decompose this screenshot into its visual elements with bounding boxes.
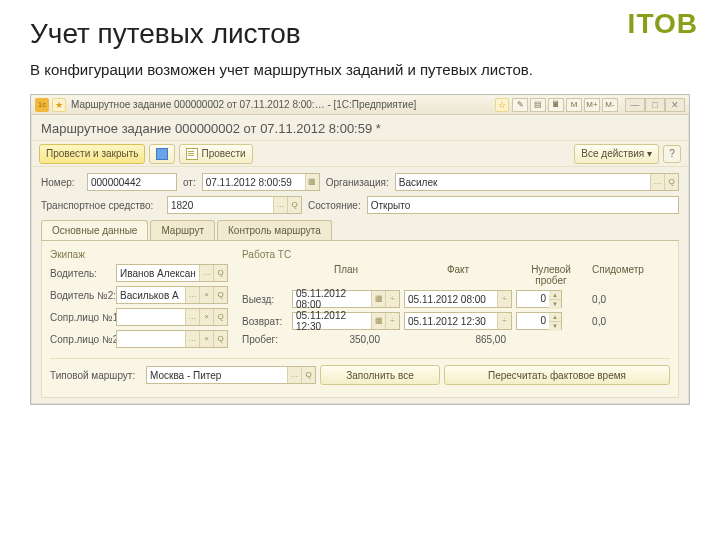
driver-input[interactable]: Иванов Алексан…Q [116, 264, 228, 282]
dots-icon[interactable]: … [650, 174, 664, 190]
aide2-input[interactable]: …×Q [116, 330, 228, 348]
search-icon[interactable]: Q [287, 197, 301, 213]
help-button[interactable]: ? [663, 145, 681, 163]
col-zero: Нулевой пробег [516, 264, 586, 286]
titlebar: 1c ★ Маршрутное задание 000000002 от 07.… [31, 95, 689, 115]
in-label: Возврат: [242, 316, 288, 327]
out-odo: 0,0 [566, 294, 606, 305]
toolbar: Провести и закрыть Провести Все действия… [31, 141, 689, 167]
fav2-icon[interactable]: ☆ [495, 98, 509, 112]
out-label: Выезд: [242, 294, 288, 305]
favorite-icon[interactable]: ★ [52, 98, 66, 112]
toolbar-btn-1[interactable]: ✎ [512, 98, 528, 112]
ts-label: Транспортное средство: [41, 200, 161, 211]
search-icon[interactable]: Q [664, 174, 678, 190]
tab-route[interactable]: Маршрут [150, 220, 215, 240]
ts-input[interactable]: 1820…Q [167, 196, 302, 214]
out-plan-input[interactable]: 05.11.2012 08:00▦÷ [292, 290, 400, 308]
col-odo: Спидометр [590, 264, 646, 286]
document-title: Маршрутное задание 000000002 от 07.11.20… [31, 115, 689, 141]
mem-mminus[interactable]: M- [602, 98, 618, 112]
run-label: Пробег: [242, 334, 288, 345]
slide-subtitle: В конфигурации возможен учет маршрутных … [30, 60, 690, 80]
calc-icon[interactable]: 🖩 [548, 98, 564, 112]
status-input[interactable]: Открыто [367, 196, 679, 214]
in-plan-input[interactable]: 05.11.2012 12:30▦÷ [292, 312, 400, 330]
org-input[interactable]: Василек…Q [395, 173, 679, 191]
maximize-button[interactable]: □ [645, 98, 665, 112]
app-window: 1c ★ Маршрутное задание 000000002 от 07.… [30, 94, 690, 405]
route-label: Типовой маршрут: [50, 370, 142, 381]
tab-main[interactable]: Основные данные [41, 220, 148, 240]
col-fact: Факт [404, 264, 512, 286]
app-icon: 1c [35, 98, 49, 112]
date-picker-icon[interactable]: ▦ [305, 174, 319, 190]
driver-label: Водитель: [50, 268, 112, 279]
date-label: от: [183, 177, 196, 188]
date-input[interactable]: 07.11.2012 8:00:59▦ [202, 173, 320, 191]
aide1-label: Сопр.лицо №1: [50, 312, 112, 323]
num-label: Номер: [41, 177, 81, 188]
col-plan: План [292, 264, 400, 286]
doc-icon [186, 148, 198, 160]
mem-mplus[interactable]: M+ [584, 98, 600, 112]
crew-header: Экипаж [50, 249, 228, 260]
mem-m[interactable]: M [566, 98, 582, 112]
driver2-label: Водитель №2: [50, 290, 112, 301]
status-label: Состояние: [308, 200, 361, 211]
save-button[interactable] [149, 144, 175, 164]
post-and-close-button[interactable]: Провести и закрыть [39, 144, 145, 164]
route-input[interactable]: Москва - Питер…Q [146, 366, 316, 384]
all-actions-button[interactable]: Все действия ▾ [574, 144, 659, 164]
aide2-label: Сопр.лицо №2: [50, 334, 112, 345]
save-icon [156, 148, 168, 160]
in-odo: 0,0 [566, 316, 606, 327]
window-title: Маршрутное задание 000000002 от 07.11.20… [69, 99, 492, 110]
driver2-input[interactable]: Васильков А…×Q [116, 286, 228, 304]
aide1-input[interactable]: …×Q [116, 308, 228, 326]
minimize-button[interactable]: — [625, 98, 645, 112]
post-button[interactable]: Провести [179, 144, 252, 164]
out-fact-input[interactable]: 05.11.2012 08:00÷ [404, 290, 512, 308]
work-header: Работа ТС [242, 249, 670, 260]
out-zero-input[interactable]: 0▲▼ [516, 290, 562, 308]
dots-icon[interactable]: … [273, 197, 287, 213]
recalc-button[interactable]: Пересчитать фактовое время [444, 365, 670, 385]
tab-bar: Основные данные Маршрут Контроль маршрут… [41, 220, 679, 241]
tab-control[interactable]: Контроль маршрута [217, 220, 332, 240]
close-button[interactable]: ✕ [665, 98, 685, 112]
run-plan: 350,00 [292, 334, 400, 345]
run-fact: 865,00 [404, 334, 512, 345]
toolbar-btn-2[interactable]: ▤ [530, 98, 546, 112]
brand-logo: ITOB [628, 8, 698, 40]
in-fact-input[interactable]: 05.11.2012 12:30÷ [404, 312, 512, 330]
num-input[interactable]: 000000442 [87, 173, 177, 191]
fill-all-button[interactable]: Заполнить все [320, 365, 440, 385]
org-label: Организация: [326, 177, 389, 188]
slide-title: Учет путевых листов [30, 18, 690, 50]
in-zero-input[interactable]: 0▲▼ [516, 312, 562, 330]
